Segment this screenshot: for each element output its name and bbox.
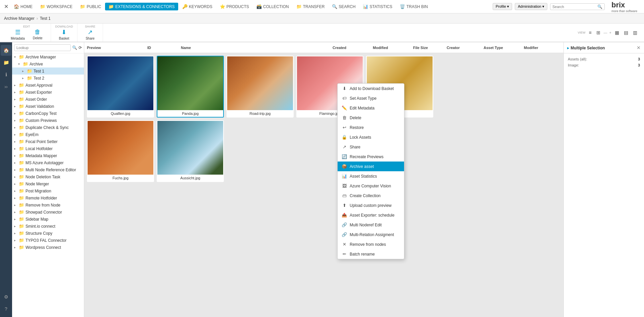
- sidebar-nav-more[interactable]: ››: [1, 81, 11, 92]
- asset-card[interactable]: Qualllen.jpg: [87, 56, 154, 118]
- context-menu-item[interactable]: ⬇Add to Download Basket: [338, 84, 404, 93]
- tree-item[interactable]: ▸📁Metadata Mapper: [12, 152, 84, 159]
- nav-products[interactable]: ⭐ PRODUCTS: [216, 3, 252, 10]
- col-header-modifier[interactable]: Modifier: [524, 46, 561, 50]
- col-header-modified[interactable]: Modified: [373, 46, 413, 50]
- tree-item[interactable]: ▸📁Test 1: [12, 67, 84, 75]
- view-split-icon[interactable]: ▥: [632, 29, 639, 37]
- context-menu-item[interactable]: 🔄Recreate Previews: [338, 152, 404, 162]
- sidebar-nav-home[interactable]: 🏠: [1, 45, 11, 56]
- search-icon[interactable]: 🔍: [597, 4, 602, 9]
- view-controls: VIEW ≡ ⊞ — + ▦ ▤ ▥: [578, 24, 641, 42]
- close-button[interactable]: ✕: [3, 3, 10, 10]
- tree-item[interactable]: ▸📁Asset Order: [12, 96, 84, 103]
- context-menu-item[interactable]: 🔗Multi Noderef Edit: [338, 220, 404, 230]
- tree-item[interactable]: ▸📁Wordpress Connect: [12, 244, 84, 251]
- delete-button[interactable]: 🗑 Delete: [30, 27, 45, 41]
- tree-item[interactable]: ▸📁Remote Hotfolder: [12, 194, 84, 201]
- nav-extensions[interactable]: 📁 EXTENSIONS & CONNECTORS: [105, 3, 178, 10]
- nav-statistics[interactable]: 📊 STATISTICS: [359, 3, 396, 10]
- sidebar-nav-tree[interactable]: 📁: [1, 57, 11, 68]
- administration-button[interactable]: Administration ▾: [515, 3, 547, 10]
- tree-refresh-icon[interactable]: ⟳: [79, 45, 82, 50]
- tree-search-icon[interactable]: 🔍: [72, 45, 77, 50]
- nav-search[interactable]: 🔍 SEARCH: [329, 3, 359, 10]
- nav-trashbin[interactable]: 🗑️ TRASH BIN: [396, 3, 431, 10]
- context-menu-item[interactable]: ✏️Edit Metadata: [338, 103, 404, 113]
- sidebar-nav-help[interactable]: ?: [1, 304, 11, 314]
- nav-home[interactable]: 🏠 HOME: [10, 3, 36, 10]
- tree-item[interactable]: ▾📁Archive: [12, 60, 84, 67]
- tree-item[interactable]: ▸📁Custom Previews: [12, 117, 84, 124]
- tree-item[interactable]: ▸📁TYPO3 FAL Connector: [12, 237, 84, 244]
- context-menu-item[interactable]: ↩Restore: [338, 123, 404, 132]
- profile-button[interactable]: Profile ▾: [493, 3, 512, 10]
- context-menu-item[interactable]: ⬆Upload custom preview: [338, 200, 404, 210]
- zoom-plus[interactable]: +: [609, 31, 611, 35]
- context-menu-item[interactable]: 🔒Lock Assets: [338, 132, 404, 142]
- tree-item[interactable]: ▸📁MS Azure Autotagger: [12, 159, 84, 166]
- tree-item-label: Asset Approval: [26, 83, 52, 88]
- context-menu-item[interactable]: 🖼Azure Computer Vision: [338, 181, 404, 191]
- search-input[interactable]: [552, 5, 596, 9]
- asset-card[interactable]: Road-trip.jpg: [227, 56, 294, 118]
- asset-card[interactable]: Fuchs.jpg: [87, 120, 154, 182]
- view-grid-icon[interactable]: ⊞: [595, 29, 602, 37]
- context-menu-item[interactable]: ✕Remove from nodes: [338, 239, 404, 249]
- tree-item[interactable]: ▸📁Focal Point Setter: [12, 138, 84, 145]
- tree-item[interactable]: ▸📁Multi Node Reference Editor: [12, 166, 84, 173]
- context-menu-item[interactable]: 🗑Delete: [338, 113, 404, 123]
- col-header-created[interactable]: Created: [333, 46, 373, 50]
- nav-keywords[interactable]: 🔑 KEYWORDS: [179, 3, 216, 10]
- view-columns-icon[interactable]: ▦: [613, 29, 621, 37]
- basket-button[interactable]: ⬇ Basket: [56, 27, 72, 42]
- view-detail-icon[interactable]: ▤: [623, 29, 630, 37]
- tree-item[interactable]: ▾📁Archive Manager: [12, 53, 84, 60]
- tree-item[interactable]: ▸📁Post Migration: [12, 187, 84, 194]
- col-header-filesize[interactable]: File Size: [413, 46, 447, 50]
- tree-item[interactable]: ▸📁Sidebar Map: [12, 216, 84, 223]
- nav-public[interactable]: 📁 PUBLIC: [77, 3, 104, 10]
- tree-item[interactable]: ▸📁Local Hotfolder: [12, 145, 84, 152]
- tree-item[interactable]: ▸📁Showpad Connector: [12, 209, 84, 216]
- metadata-button[interactable]: ☰ Metadata: [8, 27, 28, 42]
- tree-item[interactable]: ▸📁Structure Copy: [12, 230, 84, 237]
- context-menu-item[interactable]: 📤Asset Exporter: schedule: [338, 210, 404, 220]
- nav-collection[interactable]: 🗃️ COLLECTION: [253, 3, 292, 10]
- nav-workspace[interactable]: 📁 WORKSPACE: [37, 3, 76, 10]
- context-menu-item[interactable]: 🔗Multi-Relation Assigment: [338, 230, 404, 239]
- col-header-assettype[interactable]: Asset Type: [484, 46, 524, 50]
- breadcrumb-part-1[interactable]: Archive Manager: [4, 16, 35, 21]
- tree-item[interactable]: ▸📁Asset Validation: [12, 103, 84, 110]
- sidebar-nav-settings[interactable]: ⚙: [1, 291, 11, 302]
- context-menu-item[interactable]: 📦Archive asset: [338, 162, 404, 171]
- right-panel-close-button[interactable]: ✕: [637, 45, 641, 50]
- tree-item[interactable]: ▸📁Duplicate Check & Sync: [12, 124, 84, 131]
- context-menu-item[interactable]: ✏Batch rename: [338, 249, 404, 259]
- view-list-icon[interactable]: ≡: [587, 29, 593, 37]
- col-header-creator[interactable]: Creator: [447, 46, 484, 50]
- tree-item[interactable]: ▸📁Remove from Node: [12, 201, 84, 209]
- share-button[interactable]: ↗ Share: [83, 27, 97, 42]
- tree-item[interactable]: ▸📁Test 2: [12, 75, 84, 82]
- context-menu-item[interactable]: ↗Share: [338, 142, 404, 152]
- tree-item[interactable]: ▸📁Asset Approval: [12, 82, 84, 89]
- context-menu-item[interactable]: 🏷Set Asset Type: [338, 93, 404, 103]
- asset-card[interactable]: Aussicht.jpg: [157, 120, 224, 182]
- context-menu-item-icon: 📦: [342, 164, 347, 169]
- context-menu-item[interactable]: 🗃Create Collection: [338, 191, 404, 200]
- context-menu-item[interactable]: 📊Asset Statistics: [338, 171, 404, 181]
- asset-thumbnail: [88, 121, 153, 175]
- asset-card[interactable]: Panda.jpg: [157, 56, 224, 118]
- tree-item[interactable]: ▸📁EyeEm: [12, 131, 84, 138]
- tree-item[interactable]: ▸📁CarbonCopy Test: [12, 110, 84, 117]
- toolbar-download-section: DOWNLOAD ⬇ Basket: [51, 24, 78, 42]
- sidebar-nav-info[interactable]: ℹ: [1, 69, 11, 80]
- tree-item[interactable]: ▸📁Smint.io connect: [12, 223, 84, 230]
- breadcrumb-part-2[interactable]: Test 1: [40, 16, 51, 21]
- nav-transfer[interactable]: 📁 TRANSFER: [293, 3, 328, 10]
- tree-item[interactable]: ▸📁Asset Exporter: [12, 89, 84, 96]
- tree-search-input[interactable]: [14, 44, 71, 51]
- tree-item[interactable]: ▸📁Node Merger: [12, 180, 84, 187]
- tree-item[interactable]: ▸📁Node Deletion Task: [12, 173, 84, 180]
